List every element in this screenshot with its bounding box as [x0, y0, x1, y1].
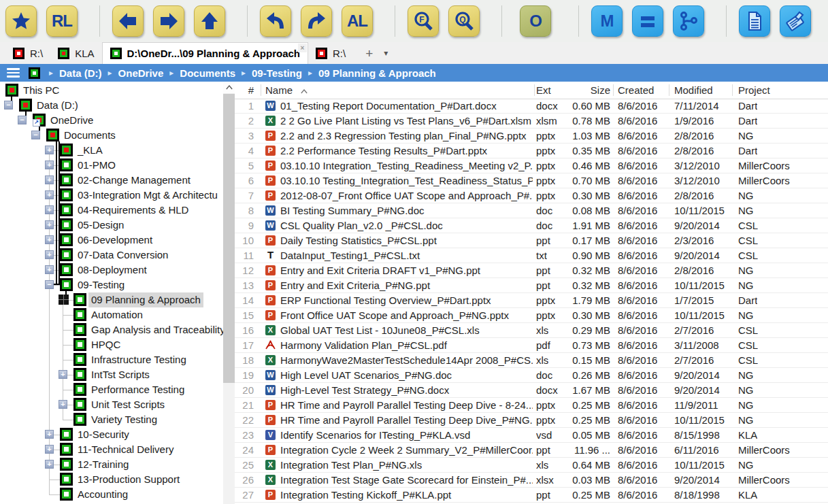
tree-item[interactable]: +Unit Test Scripts [0, 397, 235, 412]
expand-icon[interactable]: + [45, 235, 54, 244]
tree-scrollbar[interactable] [223, 82, 235, 504]
file-row[interactable]: 15PFront Office UAT Scope and Approach_P… [235, 308, 828, 323]
expand-icon[interactable]: + [45, 430, 54, 439]
tree-item[interactable]: +06-Development [0, 233, 235, 248]
breadcrumb-item[interactable]: Data (D:) [59, 67, 102, 79]
edit-tags-button[interactable] [780, 5, 811, 37]
file-row[interactable]: 14PERP Functional Testing Overview_P#Dar… [235, 293, 828, 308]
file-row[interactable]: 4P2.2 Performance Testing Results_P#Dart… [235, 144, 828, 158]
collapse-icon[interactable]: − [18, 116, 27, 124]
column-header-size[interactable]: Size [559, 82, 610, 99]
file-row[interactable]: 12PEntry and Exit Criteria DRAFT v1_P#NG… [235, 263, 828, 278]
expand-icon[interactable]: + [45, 265, 54, 274]
new-tab-button[interactable]: + [365, 47, 373, 60]
dual-pane-button[interactable] [632, 5, 663, 37]
file-row[interactable]: 2X2 2 Go Live Plant Listing vs Test Plan… [235, 114, 828, 129]
expand-icon[interactable]: + [45, 190, 54, 199]
branch-view-button[interactable] [673, 5, 704, 37]
tree-item[interactable]: Accounting [0, 487, 235, 502]
tree-item[interactable]: +02-Change Management [0, 173, 235, 188]
tree-item[interactable]: +12-Training [0, 457, 235, 472]
file-row[interactable]: 8WBI Testing Summary_P#NG.docdoc0.08 MB8… [235, 203, 828, 218]
expand-icon[interactable]: + [45, 220, 54, 229]
tree-item[interactable]: Infrastructure Testing [0, 352, 235, 367]
file-row[interactable]: 6P03.10.10 Testing_Integration_Test_Read… [235, 173, 828, 188]
tab[interactable]: R:\ [308, 42, 353, 64]
tab-list-dropdown-icon[interactable]: ▾ [384, 48, 388, 58]
expand-icon[interactable]: + [45, 175, 54, 184]
file-row[interactable]: 7P2012-08-07_Front Office UAT Scope and … [235, 188, 828, 203]
tree-item[interactable]: +05-Design [0, 218, 235, 233]
breadcrumb-item[interactable]: OneDrive [118, 67, 164, 79]
menu-icon[interactable] [7, 68, 20, 78]
tree-item[interactable]: This PC [0, 83, 235, 98]
expand-icon[interactable]: + [45, 146, 54, 154]
document-button[interactable] [739, 5, 770, 37]
file-row[interactable]: 13PEntry and Exit Criteria_P#NG.pptppt0.… [235, 278, 828, 293]
tree-item-selected[interactable]: 09 Planning & Approach [0, 292, 235, 307]
tree-item[interactable]: +03-Integration Mgt & Architectu [0, 188, 235, 203]
tree-item[interactable]: Automation [0, 307, 235, 322]
collapse-icon[interactable]: − [4, 101, 13, 110]
file-row[interactable]: 16XGlobal UAT Test List - 10June08_P#CSL… [235, 323, 828, 338]
expand-icon[interactable]: + [59, 400, 67, 409]
undo-button[interactable] [260, 5, 291, 37]
file-row[interactable]: 19WHigh Level UAT Scenarios_P#NG.docdoc0… [235, 368, 828, 383]
tree-item[interactable]: +08-Deployment [0, 263, 235, 278]
tree-item[interactable]: +04-Requirements & HLD [0, 203, 235, 218]
tree-item[interactable]: +01-PMO [0, 158, 235, 173]
file-row[interactable]: 3P2.2 and 2.3 Regression Testing plan_Fi… [235, 129, 828, 144]
tree-item[interactable]: Gap Analysis and Traceability [0, 322, 235, 337]
tree-item[interactable]: +_KLA [0, 143, 235, 158]
tree-item[interactable]: +IntTst Scripts [0, 367, 235, 382]
tree-item[interactable]: Variety Testing [0, 412, 235, 427]
file-row[interactable]: 22PHR Time and Payroll Parallel Testing … [235, 413, 828, 428]
tab[interactable]: KLA [50, 42, 101, 64]
tree-item[interactable]: Performance Testing [0, 382, 235, 397]
quick-search-button[interactable]: Q [448, 5, 480, 37]
file-row[interactable]: 21PHR Time and Payroll Parallel Testing … [235, 398, 828, 413]
file-row[interactable]: 18XHarmonyWave2MasterTestSchedule14Apr 2… [235, 353, 828, 368]
tree-item[interactable]: HPQC [0, 337, 235, 352]
column-header-created[interactable]: Created [618, 82, 654, 99]
expand-icon[interactable]: + [45, 445, 54, 454]
al-button[interactable]: AL [342, 5, 373, 37]
current-folder-icon[interactable] [29, 67, 40, 79]
tree-item[interactable]: −Data (D:) [0, 98, 235, 113]
file-row[interactable]: 24PIntegration Cycle 2 Week 2 Summary_V2… [235, 443, 828, 458]
column-header-num[interactable]: # [235, 82, 254, 99]
expand-icon[interactable]: + [45, 205, 54, 214]
file-row[interactable]: 20WHigh-Level Test Strategy_P#NG.docxdoc… [235, 383, 828, 398]
m-button[interactable]: M [591, 5, 623, 37]
expand-icon[interactable]: + [45, 250, 54, 259]
tree-item[interactable]: +07-Data Conversion [0, 248, 235, 263]
back-button[interactable] [112, 5, 144, 37]
tab-active[interactable]: D:\OneDr...\09 Planning & Approach× [102, 42, 308, 64]
scroll-up-arrow-icon[interactable] [223, 82, 235, 93]
column-header-ext[interactable]: Ext [536, 82, 551, 99]
collapse-icon[interactable]: − [31, 131, 40, 139]
tab[interactable]: R:\ [5, 42, 50, 64]
breadcrumb-item[interactable]: 09-Testing [252, 67, 302, 79]
column-header-name[interactable]: Name [265, 82, 308, 99]
file-row[interactable]: 9WCSL Quality Plan_v2.0 _P#CSL.docdoc1.9… [235, 218, 828, 233]
tree-item[interactable]: −09-Testing [0, 278, 235, 292]
tree-scrollbar-thumb[interactable] [223, 94, 235, 383]
o-button[interactable]: O [520, 5, 551, 37]
file-row[interactable]: 17Harmony Validation Plan_P#CSL.pdfpdf0.… [235, 338, 828, 353]
breadcrumb-item[interactable]: Documents [180, 67, 235, 79]
file-row[interactable]: 10PDaily Testing Statistics_P#CSL.pptppt… [235, 233, 828, 248]
column-header-modified[interactable]: Modified [674, 82, 713, 99]
tree-item[interactable]: −↗OneDrive [0, 113, 235, 128]
tree-item[interactable]: 13-Production Support [0, 472, 235, 487]
tab-close-icon[interactable]: × [298, 44, 307, 52]
file-row[interactable]: 23VIdentify Scenarios for ITesting_P#KLA… [235, 428, 828, 443]
file-row[interactable]: 11TDataInput_Testing1_P#CSL.txttxt0.90 M… [235, 248, 828, 263]
file-row[interactable]: 5P03.10.10 Integration_Testing_Readiness… [235, 158, 828, 173]
file-row[interactable]: 26XIntegration Test Stage Gate Scorecard… [235, 473, 828, 488]
rl-button[interactable]: RL [46, 5, 78, 37]
expand-icon[interactable]: + [45, 460, 54, 469]
find-files-button[interactable]: F [408, 5, 439, 37]
column-header-project[interactable]: Project [738, 82, 770, 99]
expand-icon[interactable]: + [45, 161, 54, 169]
